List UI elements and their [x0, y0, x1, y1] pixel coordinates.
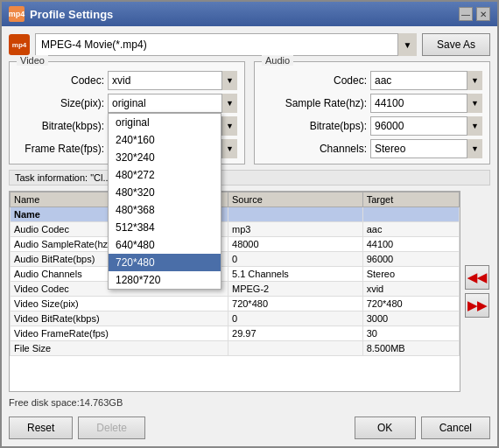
table-cell-name: Video FrameRate(fps): [11, 326, 228, 341]
table-cell-target: 30: [362, 326, 459, 341]
table-row: Audio BitRate(bps)096000: [11, 252, 460, 267]
audio-samplerate-select-wrapper: 44100 22050 48000 ▼: [370, 94, 482, 113]
video-bitrate-label: Bitrate(kbps):: [17, 120, 104, 132]
table-row: Audio Channels5.1 ChannelsStereo: [11, 267, 460, 282]
size-option-480x320[interactable]: 480*320: [109, 184, 221, 201]
table-area: Name Source Target NameAudio Codecmp3aac…: [9, 191, 490, 392]
nav-buttons: ◀◀ ▶▶: [464, 191, 490, 392]
video-codec-row: Codec: xvid mpeg4 h264 ▼: [17, 71, 237, 90]
task-info-text: Task information: "Cl...: [15, 172, 111, 183]
audio-bitrate-select-wrapper: 96000 128000 64000 ▼: [370, 116, 482, 136]
delete-button[interactable]: Delete: [78, 416, 145, 439]
audio-fields: Codec: aac mp3 ac3 ▼ Sample Rate(hz):: [262, 71, 482, 158]
audio-samplerate-label: Sample Rate(hz):: [262, 97, 367, 109]
conversion-table: Name Source Target NameAudio Codecmp3aac…: [10, 192, 460, 356]
table-cell-name: Video Size(pix): [11, 297, 228, 312]
video-framerate-label: Frame Rate(fps):: [17, 143, 104, 155]
video-size-dropdown: original 240*160 320*240 480*272 480*320…: [108, 113, 221, 290]
table-cell-target: 8.500MB: [362, 341, 459, 356]
table-row: Video FrameRate(fps)29.9730: [11, 326, 460, 341]
save-as-button[interactable]: Save As: [422, 33, 490, 56]
nav-next-button[interactable]: ▶▶: [465, 293, 489, 318]
size-option-640x480[interactable]: 640*480: [109, 236, 221, 254]
table-cell-source: 5.1 Channels: [228, 267, 363, 282]
reset-button[interactable]: Reset: [9, 416, 73, 439]
panels-row: Video Codec: xvid mpeg4 h264 ▼: [9, 61, 490, 164]
video-codec-label: Codec:: [17, 74, 104, 87]
nav-prev-button[interactable]: ◀◀: [465, 265, 489, 290]
col-target: Target: [362, 192, 459, 207]
table-row: Name: [11, 207, 460, 222]
ok-button[interactable]: OK: [355, 416, 416, 439]
audio-bitrate-row: Bitrate(bps): 96000 128000 64000 ▼: [262, 116, 482, 136]
audio-samplerate-select[interactable]: 44100 22050 48000: [370, 94, 482, 113]
table-cell-source: 48000: [228, 237, 363, 252]
table-cell-target: [362, 207, 459, 222]
video-panel: Video Codec: xvid mpeg4 h264 ▼: [9, 61, 245, 164]
cancel-button[interactable]: Cancel: [421, 416, 490, 439]
table-cell-target: 3000: [362, 312, 459, 326]
audio-codec-label: Codec:: [262, 74, 367, 87]
table-cell-target: 720*480: [362, 297, 459, 312]
table-cell-source: 0: [228, 312, 363, 326]
table-row: Audio Codecmp3aac: [11, 222, 460, 237]
size-option-720x480[interactable]: 720*480: [109, 254, 221, 271]
btn-right-group: OK Cancel: [355, 416, 490, 439]
size-option-320x240[interactable]: 320*240: [109, 149, 221, 166]
table-row: Video BitRate(kbps)03000: [11, 312, 460, 326]
window-content: mp4 MPEG-4 Movie(*.mp4) AVI Movie MKV Mo…: [2, 26, 497, 446]
table-row: Video Size(pix)720*480720*480: [11, 297, 460, 312]
size-option-480x368[interactable]: 480*368: [109, 201, 221, 219]
video-panel-title: Video: [17, 55, 48, 66]
table-cell-source: 0: [228, 252, 363, 267]
table-cell-source: 29.97: [228, 326, 363, 341]
table-cell-source: [228, 341, 363, 356]
table-cell-source: MPEG-2: [228, 282, 363, 297]
video-size-row: Size(pix): original ▼ original 240*160 3…: [17, 94, 237, 113]
size-option-1280x720[interactable]: 1280*720: [109, 271, 221, 289]
size-option-512x384[interactable]: 512*384: [109, 219, 221, 236]
col-source: Source: [228, 192, 363, 207]
top-row: mp4 MPEG-4 Movie(*.mp4) AVI Movie MKV Mo…: [9, 33, 490, 56]
table-row: File Size8.500MB: [11, 341, 460, 356]
minimize-button[interactable]: —: [459, 7, 473, 21]
window-icon: mp4: [9, 6, 25, 22]
video-fields: Codec: xvid mpeg4 h264 ▼ Size(pix):: [17, 71, 237, 158]
window-title: Profile Settings: [30, 8, 113, 21]
table-cell-name: File Size: [11, 341, 228, 356]
audio-codec-select[interactable]: aac mp3 ac3: [370, 71, 482, 90]
size-option-original[interactable]: original: [109, 114, 221, 131]
audio-codec-row: Codec: aac mp3 ac3 ▼: [262, 71, 482, 90]
video-size-select[interactable]: original: [108, 94, 237, 113]
close-button[interactable]: ✕: [476, 7, 490, 21]
audio-panel-title: Audio: [262, 55, 293, 66]
audio-codec-select-wrapper: aac mp3 ac3 ▼: [370, 71, 482, 90]
video-size-label: Size(pix):: [17, 97, 104, 109]
audio-channels-select[interactable]: Stereo Mono 5.1 Channels: [370, 139, 482, 158]
table-cell-source: mp3: [228, 222, 363, 237]
table-wrapper[interactable]: Name Source Target NameAudio Codecmp3aac…: [9, 191, 460, 392]
table-row: Video CodecMPEG-2xvid: [11, 282, 460, 297]
table-cell-target: 96000: [362, 252, 459, 267]
audio-panel: Audio Codec: aac mp3 ac3 ▼: [254, 61, 490, 164]
video-codec-select-wrapper: xvid mpeg4 h264 ▼: [108, 71, 237, 90]
audio-bitrate-label: Bitrate(bps):: [262, 120, 367, 132]
video-codec-select[interactable]: xvid mpeg4 h264: [108, 71, 237, 90]
audio-samplerate-row: Sample Rate(hz): 44100 22050 48000 ▼: [262, 94, 482, 113]
audio-channels-label: Channels:: [262, 143, 367, 155]
table-cell-source: 720*480: [228, 297, 363, 312]
title-bar-left: mp4 Profile Settings: [9, 6, 113, 22]
audio-channels-row: Channels: Stereo Mono 5.1 Channels ▼: [262, 139, 482, 158]
table-cell-name: Video BitRate(kbps): [11, 312, 228, 326]
title-controls: — ✕: [459, 7, 490, 21]
table-cell-target: Stereo: [362, 267, 459, 282]
title-bar: mp4 Profile Settings — ✕: [2, 2, 497, 26]
profile-select[interactable]: MPEG-4 Movie(*.mp4) AVI Movie MKV Movie: [35, 33, 417, 56]
audio-bitrate-select[interactable]: 96000 128000 64000: [370, 116, 482, 136]
task-info-bar: Task information: "Cl...: [9, 170, 490, 186]
profile-select-wrapper: MPEG-4 Movie(*.mp4) AVI Movie MKV Movie …: [35, 33, 417, 56]
video-size-select-wrapper: original ▼ original 240*160 320*240 480*…: [108, 94, 237, 113]
size-option-240x160[interactable]: 240*160: [109, 131, 221, 149]
table-row: Audio SampleRate(hz)4800044100: [11, 237, 460, 252]
size-option-480x272[interactable]: 480*272: [109, 166, 221, 184]
